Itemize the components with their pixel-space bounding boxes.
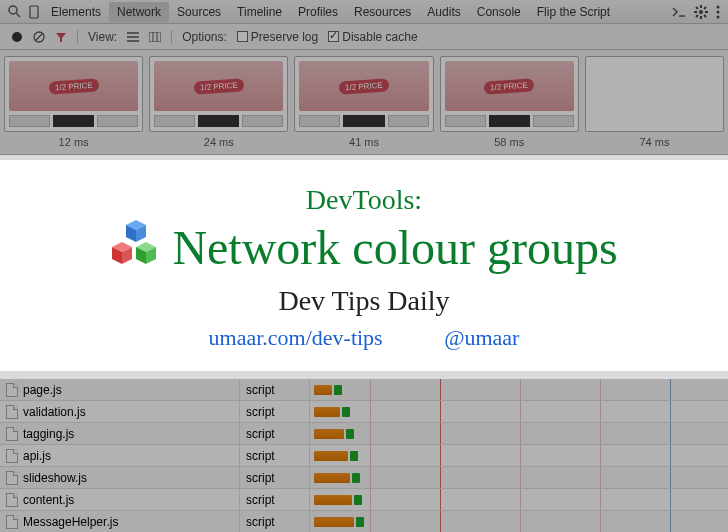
svg-point-13	[717, 5, 720, 8]
view-list-icon[interactable]	[127, 32, 139, 42]
overlay-title: Network colour groups	[172, 220, 617, 275]
table-row[interactable]: slideshow.jsscript	[0, 467, 728, 489]
tab-elements[interactable]: Elements	[43, 2, 109, 22]
tab-audits[interactable]: Audits	[419, 2, 468, 22]
filmstrip-frame[interactable]: 1/2 PRICE24 ms	[149, 56, 288, 148]
frame-time: 24 ms	[149, 136, 288, 148]
svg-rect-22	[149, 32, 161, 42]
console-toggle-icon[interactable]	[672, 6, 686, 18]
filmstrip-frame[interactable]: 1/2 PRICE58 ms	[440, 56, 579, 148]
cubes-icon	[110, 218, 162, 274]
resource-type: script	[240, 423, 310, 444]
tab-resources[interactable]: Resources	[346, 2, 419, 22]
frame-time: 74 ms	[585, 136, 724, 148]
device-icon[interactable]	[29, 5, 39, 19]
title-card-overlay: DevTools: Network colour groups Dev Tips…	[0, 160, 728, 371]
svg-point-0	[9, 6, 17, 14]
filmstrip-frame[interactable]: 1/2 PRICE12 ms	[4, 56, 143, 148]
file-icon	[6, 427, 18, 441]
devtools-menubar: ElementsNetworkSourcesTimelineProfilesRe…	[0, 0, 728, 24]
search-icon[interactable]	[8, 5, 21, 18]
price-badge: 1/2 PRICE	[339, 78, 390, 94]
svg-point-4	[699, 10, 703, 14]
network-table: page.jsscriptvalidation.jsscripttagging.…	[0, 379, 728, 532]
svg-line-18	[35, 33, 43, 41]
preserve-log-checkbox[interactable]: Preserve log	[237, 30, 318, 44]
price-badge: 1/2 PRICE	[48, 78, 99, 94]
price-badge: 1/2 PRICE	[484, 78, 535, 94]
separator	[171, 30, 172, 44]
tab-timeline[interactable]: Timeline	[229, 2, 290, 22]
tab-console[interactable]: Console	[469, 2, 529, 22]
tab-profiles[interactable]: Profiles	[290, 2, 346, 22]
resource-type: script	[240, 445, 310, 466]
svg-line-9	[696, 7, 698, 9]
table-row[interactable]: MessageHelper.jsscript	[0, 511, 728, 532]
overlay-link-site[interactable]: umaar.com/dev-tips	[209, 325, 383, 350]
file-icon	[6, 449, 18, 463]
file-icon	[6, 471, 18, 485]
clear-icon[interactable]	[33, 31, 45, 43]
file-name: validation.js	[23, 405, 86, 419]
svg-line-11	[696, 15, 698, 17]
waterfall-cell	[310, 445, 728, 466]
file-name: page.js	[23, 383, 62, 397]
resource-type: script	[240, 467, 310, 488]
waterfall-cell	[310, 489, 728, 510]
table-row[interactable]: page.jsscript	[0, 379, 728, 401]
tab-sources[interactable]: Sources	[169, 2, 229, 22]
filmstrip: 1/2 PRICE12 ms1/2 PRICE24 ms1/2 PRICE41 …	[0, 50, 728, 155]
file-icon	[6, 515, 18, 529]
frame-time: 12 ms	[4, 136, 143, 148]
waterfall-cell	[310, 467, 728, 488]
svg-line-10	[704, 15, 706, 17]
file-icon	[6, 405, 18, 419]
disable-cache-label: Disable cache	[342, 30, 417, 44]
svg-point-16	[12, 32, 22, 42]
view-label: View:	[88, 30, 117, 44]
disable-cache-checkbox[interactable]: Disable cache	[328, 30, 417, 44]
menu-icon[interactable]	[716, 5, 720, 19]
overlay-supertitle: DevTools:	[20, 184, 708, 216]
svg-line-12	[704, 7, 706, 9]
file-name: content.js	[23, 493, 74, 507]
filmstrip-frame[interactable]: 74 ms	[585, 56, 724, 148]
overlay-subtitle: Dev Tips Daily	[20, 285, 708, 317]
svg-point-15	[717, 15, 720, 18]
file-name: slideshow.js	[23, 471, 87, 485]
resource-type: script	[240, 379, 310, 400]
waterfall-cell	[310, 401, 728, 422]
file-name: api.js	[23, 449, 51, 463]
tab-network[interactable]: Network	[109, 2, 169, 22]
svg-rect-2	[30, 6, 38, 18]
waterfall-cell	[310, 423, 728, 444]
file-name: MessageHelper.js	[23, 515, 118, 529]
gear-icon[interactable]	[694, 5, 708, 19]
waterfall-cell	[310, 511, 728, 532]
table-row[interactable]: content.jsscript	[0, 489, 728, 511]
options-label: Options:	[182, 30, 227, 44]
view-frames-icon[interactable]	[149, 32, 161, 42]
filmstrip-frame[interactable]: 1/2 PRICE41 ms	[294, 56, 433, 148]
file-icon	[6, 383, 18, 397]
filter-icon[interactable]	[55, 31, 67, 43]
preserve-log-label: Preserve log	[251, 30, 318, 44]
resource-type: script	[240, 401, 310, 422]
separator	[77, 30, 78, 44]
overlay-link-handle[interactable]: @umaar	[444, 325, 519, 350]
svg-line-1	[16, 13, 20, 17]
tab-flip-the-script[interactable]: Flip the Script	[529, 2, 618, 22]
price-badge: 1/2 PRICE	[194, 78, 245, 94]
table-row[interactable]: validation.jsscript	[0, 401, 728, 423]
frame-time: 41 ms	[294, 136, 433, 148]
record-icon[interactable]	[11, 31, 23, 43]
resource-type: script	[240, 489, 310, 510]
table-row[interactable]: tagging.jsscript	[0, 423, 728, 445]
resource-type: script	[240, 511, 310, 532]
file-name: tagging.js	[23, 427, 74, 441]
file-icon	[6, 493, 18, 507]
table-row[interactable]: api.jsscript	[0, 445, 728, 467]
frame-time: 58 ms	[440, 136, 579, 148]
network-toolbar: View: Options: Preserve log Disable cach…	[0, 24, 728, 50]
waterfall-cell	[310, 379, 728, 400]
